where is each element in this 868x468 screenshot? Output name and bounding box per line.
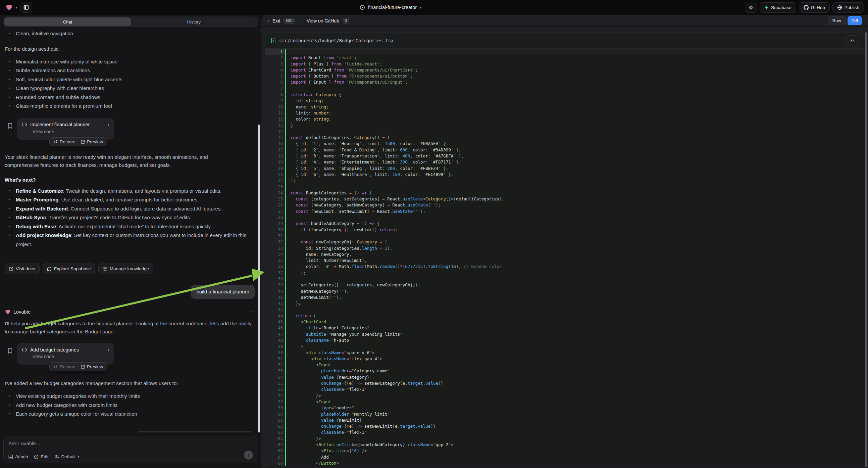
visit-docs-button[interactable]: Visit docs — [5, 264, 39, 274]
preview-button[interactable]: Preview — [81, 364, 103, 369]
code-line[interactable]: 39 setCategories([...categories, newCate… — [266, 282, 865, 288]
fold-chevron-icon[interactable]: ▾ — [283, 190, 286, 196]
view-on-github-button[interactable]: View on GitHub — [307, 18, 339, 24]
code-line[interactable]: 25 const [categories, setCategories] = R… — [266, 196, 865, 202]
code-line[interactable]: 20 { id: '5', name: 'Shopping', limit: 2… — [266, 166, 865, 172]
logo-chevron-down-icon[interactable]: ▾ — [16, 5, 18, 10]
code-line[interactable]: 12 color: string; — [266, 116, 865, 122]
code-line[interactable]: 66 <Plus size={16} /> — [266, 448, 865, 454]
code-line[interactable]: 52 <Input — [266, 362, 865, 368]
code-line[interactable]: 54 value={newCategory} — [266, 374, 865, 380]
edit-button[interactable]: Edit — [34, 454, 48, 459]
attach-button[interactable]: Attach — [8, 454, 28, 459]
code-line[interactable]: 1 — [266, 49, 865, 55]
github-button[interactable]: GitHub — [799, 2, 830, 13]
code-line[interactable]: 56 className="flex-1" — [266, 386, 865, 392]
version-card[interactable]: Add budget categories › View code — [17, 343, 114, 364]
code-line[interactable]: 51 <div className="flex gap-4"> — [266, 356, 865, 362]
code-line[interactable]: 63 className="flex-1" — [266, 429, 865, 435]
code-line[interactable]: 62 onChange={(e) => setNewLimit(e.target… — [266, 423, 865, 429]
sidebar-toggle-button[interactable] — [20, 2, 32, 13]
code-line[interactable]: 23 — [266, 184, 865, 190]
code-line[interactable]: 22]; — [266, 178, 865, 184]
message-menu-button[interactable]: ⋯ — [249, 309, 255, 315]
code-line[interactable]: 21 { id: '6', name: 'Healthcare', limit:… — [266, 172, 865, 178]
fold-chevron-icon[interactable]: ▾ — [283, 92, 286, 98]
code-line[interactable]: 7 — [266, 86, 865, 92]
code-panel-scrollbar[interactable] — [865, 32, 867, 467]
preview-button[interactable]: Preview — [81, 139, 103, 144]
code-line[interactable]: 58 <Input — [266, 399, 865, 405]
restore-button[interactable]: ↺Restore — [54, 364, 75, 369]
code-line[interactable]: 11 limit: number; — [266, 110, 865, 116]
code-line[interactable]: 49 > — [266, 344, 865, 350]
chat-message-list[interactable]: Clean, intuitive navigation For the desi… — [0, 27, 261, 432]
settings-button[interactable]: ⚙ — [745, 2, 757, 13]
code-line[interactable]: 50 <div className="space-y-6"> — [266, 350, 865, 356]
tab-chat[interactable]: Chat — [4, 18, 131, 26]
code-line[interactable]: 3import { Plus } from 'lucide-react'; — [266, 61, 865, 67]
code-line[interactable]: 28 — [266, 214, 865, 221]
code-line[interactable]: 34 name: newCategory, — [266, 252, 865, 258]
manage-knowledge-button[interactable]: Manage knowledge — [98, 264, 153, 274]
code-line[interactable]: 2import React from 'react'; — [266, 55, 865, 61]
fold-chevron-icon[interactable]: ▾ — [283, 239, 286, 245]
code-line[interactable]: 18 { id: '3', name: 'Transportation', li… — [266, 153, 865, 159]
publish-button[interactable]: Publish — [832, 2, 864, 13]
mode-selector[interactable]: Default ▾ — [55, 454, 80, 459]
code-line[interactable]: 61 value={newLimit} — [266, 417, 865, 423]
code-line[interactable]: 30 if (!newCategory || !newLimit) return… — [266, 227, 865, 233]
code-line[interactable]: 38 — [266, 276, 865, 282]
file-header[interactable]: src/components/budget/BudgetCategories.t… — [266, 33, 865, 49]
code-line[interactable]: 13} — [266, 122, 865, 128]
code-line[interactable]: 55 onChange={(e) => setNewCategory(e.tar… — [266, 380, 865, 386]
chat-scrollbar[interactable] — [258, 124, 260, 432]
code-line[interactable]: 14 — [266, 128, 865, 135]
chat-input[interactable]: Ask Lovable... Attach Edit Default ▾ ↑ — [3, 436, 257, 463]
code-line[interactable]: 26 const [newCategory, setNewCategory] =… — [266, 202, 865, 208]
code-line[interactable]: 19 { id: '4', name: 'Entertainment', lim… — [266, 159, 865, 165]
code-line[interactable]: 47 subtitle="Manage your spending limits… — [266, 331, 865, 338]
code-line[interactable]: 48 className="h-auto" — [266, 338, 865, 344]
code-line[interactable]: 8▾interface Category { — [266, 92, 865, 98]
code-line[interactable]: 17 { id: '2', name: 'Food & Dining', lim… — [266, 147, 865, 153]
code-line[interactable]: 64 /> — [266, 436, 865, 442]
code-line[interactable]: 65 <Button onClick={handleAddCategory} c… — [266, 442, 865, 448]
code-line[interactable]: 53 placeholder="Category name" — [266, 368, 865, 374]
code-line[interactable]: 40 setNewCategory(''); — [266, 288, 865, 294]
code-line[interactable]: 27 const [newLimit, setNewLimit] = React… — [266, 208, 865, 214]
tab-history[interactable]: History — [131, 18, 257, 26]
diff-toggle-button[interactable]: Diff — [847, 16, 862, 25]
collapse-file-button[interactable] — [845, 35, 859, 46]
code-line[interactable]: 60 placeholder="Monthly limit" — [266, 411, 865, 417]
code-line[interactable]: 45 <ChartCard — [266, 319, 865, 325]
code-line[interactable]: 43 — [266, 306, 865, 313]
code-line[interactable]: 59 type="number" — [266, 405, 865, 411]
code-line[interactable]: 42 }; — [266, 300, 865, 306]
project-selector[interactable]: financial-future-creator ▾ — [360, 0, 422, 15]
raw-toggle-button[interactable]: Raw — [828, 16, 845, 25]
code-line[interactable]: 37 }; — [266, 270, 865, 276]
version-card[interactable]: Implement financial planner › View code — [17, 118, 114, 140]
code-line[interactable]: 10 name: string; — [266, 104, 865, 110]
code-line[interactable]: 32▾ const newCategoryObj: Category = { — [266, 239, 865, 245]
code-line[interactable]: 5import { Button } from '@/components/ui… — [266, 73, 865, 79]
restore-button[interactable]: ↺Restore — [54, 139, 75, 144]
fold-chevron-icon[interactable]: ▾ — [283, 135, 286, 141]
code-line[interactable]: 31 — [266, 233, 865, 239]
code-editor[interactable]: 12import React from 'react';3import { Pl… — [266, 49, 865, 468]
view-code-link[interactable]: View code — [33, 129, 110, 134]
code-line[interactable]: 24▾const BudgetCategories = () => { — [266, 190, 865, 196]
code-line[interactable]: 15▾const defaultCategories: Category[] =… — [266, 135, 865, 141]
code-line[interactable]: 33 id: String(categories.length + 1), — [266, 245, 865, 252]
code-line[interactable]: 46 title="Budget Categories" — [266, 325, 865, 331]
send-button[interactable]: ↑ — [244, 450, 253, 460]
code-line[interactable]: 9 id: string; — [266, 98, 865, 104]
explore-supabase-button[interactable]: Explore Supabase — [42, 264, 95, 274]
code-line[interactable]: 6import { Input } from '@/components/ui/… — [266, 79, 865, 85]
code-line[interactable]: 4import ChartCard from '@/components/ui/… — [266, 67, 865, 73]
fold-chevron-icon[interactable]: ▾ — [283, 221, 286, 227]
code-line[interactable]: 41 setNewLimit(''); — [266, 294, 865, 300]
supabase-button[interactable]: Supabase — [760, 2, 796, 13]
code-line[interactable]: 57 /> — [266, 393, 865, 399]
